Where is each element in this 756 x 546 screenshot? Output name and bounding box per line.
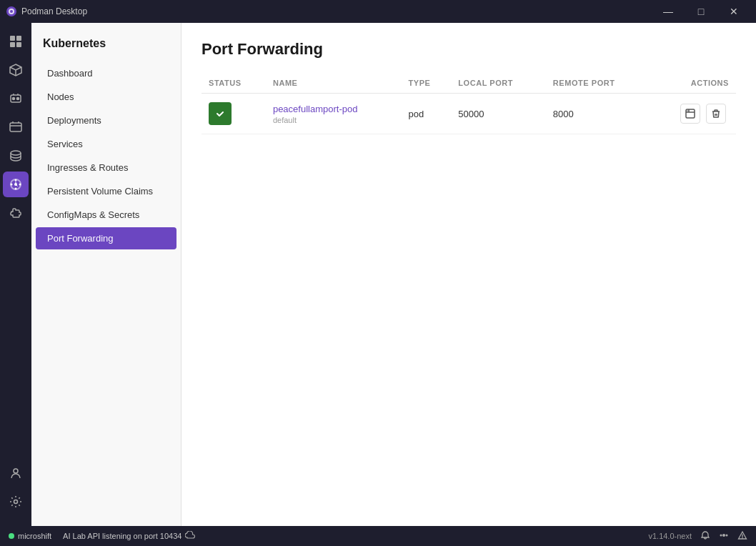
svg-point-22 xyxy=(722,534,725,537)
name-cell: peacefullamport-pod default xyxy=(273,104,394,124)
col-remote-port: REMOTE PORT xyxy=(546,73,650,94)
col-type: TYPE xyxy=(402,73,452,94)
status-running-icon xyxy=(209,102,232,125)
nav-item-portforwarding[interactable]: Port Forwarding xyxy=(36,227,176,249)
cloud-icon xyxy=(185,531,195,541)
app-logo xyxy=(6,6,17,17)
svg-point-23 xyxy=(720,534,722,536)
svg-point-15 xyxy=(19,184,21,186)
alert-icon[interactable] xyxy=(737,530,747,542)
port-forwarding-table: STATUS NAME TYPE LOCAL PORT REMOTE PORT … xyxy=(202,73,736,134)
col-local-port: LOCAL PORT xyxy=(451,73,546,94)
svg-rect-19 xyxy=(214,108,226,119)
window-controls: — □ ✕ xyxy=(652,0,750,23)
nav-item-configmaps[interactable]: ConfigMaps & Secrets xyxy=(36,204,176,226)
context-label: microshift xyxy=(18,532,51,540)
sidebar-icon-account[interactable] xyxy=(3,460,29,486)
col-name: NAME xyxy=(266,73,402,94)
cell-name: peacefullamport-pod default xyxy=(266,94,402,134)
icon-sidebar-bottom xyxy=(3,460,29,520)
sidebar-icon-pods[interactable] xyxy=(3,86,29,111)
cell-type: pod xyxy=(402,94,452,134)
svg-point-12 xyxy=(15,179,17,182)
sidebar-icon-volumes[interactable] xyxy=(3,143,29,169)
col-status: STATUS xyxy=(202,73,266,94)
status-bar: microshift AI Lab API listening on port … xyxy=(0,526,756,546)
table-header-row: STATUS NAME TYPE LOCAL PORT REMOTE PORT … xyxy=(202,73,736,94)
cell-local-port: 50000 xyxy=(451,94,546,134)
table-row: peacefullamport-pod default pod 50000 80… xyxy=(202,94,736,134)
left-nav-title: Kubernetes xyxy=(31,23,181,61)
status-bar-right: v1.14.0-next xyxy=(648,530,747,542)
icon-sidebar xyxy=(0,23,31,526)
bell-icon[interactable] xyxy=(700,530,710,542)
main-content: Port Forwarding STATUS NAME TYPE LOCAL P… xyxy=(181,23,756,526)
cell-status xyxy=(202,94,266,134)
svg-rect-6 xyxy=(16,42,21,47)
maximize-button[interactable]: □ xyxy=(685,0,717,23)
app-title: Podman Desktop xyxy=(21,6,87,16)
nav-item-services[interactable]: Services xyxy=(36,133,176,155)
table-container: STATUS NAME TYPE LOCAL PORT REMOTE PORT … xyxy=(181,73,756,526)
sidebar-icon-dashboard[interactable] xyxy=(3,29,29,54)
sidebar-icon-images[interactable] xyxy=(3,114,29,140)
minimize-button[interactable]: — xyxy=(652,0,685,23)
svg-point-9 xyxy=(17,98,19,100)
col-actions: ACTIONS xyxy=(650,73,736,94)
sidebar-icon-containers[interactable] xyxy=(3,57,29,83)
svg-point-17 xyxy=(14,469,18,473)
app-body: Kubernetes Dashboard Nodes Deployments S… xyxy=(0,23,756,526)
nav-item-nodes[interactable]: Nodes xyxy=(36,86,176,108)
cell-actions xyxy=(650,94,736,134)
table-body: peacefullamport-pod default pod 50000 80… xyxy=(202,94,736,134)
nav-item-ingresses[interactable]: Ingresses & Routes xyxy=(36,157,176,179)
nav-item-dashboard[interactable]: Dashboard xyxy=(36,62,176,84)
svg-point-2 xyxy=(10,10,13,13)
svg-point-14 xyxy=(11,184,13,186)
notification-item: AI Lab API listening on port 10434 xyxy=(63,531,195,541)
sidebar-icon-settings[interactable] xyxy=(3,489,29,515)
table-header: STATUS NAME TYPE LOCAL PORT REMOTE PORT … xyxy=(202,73,736,94)
notification-text: AI Lab API listening on port 10434 xyxy=(63,532,181,540)
svg-rect-3 xyxy=(10,36,15,41)
svg-point-13 xyxy=(15,188,17,190)
svg-rect-5 xyxy=(10,42,15,47)
nav-item-pvc[interactable]: Persistent Volume Claims xyxy=(36,180,176,202)
page-title: Port Forwarding xyxy=(181,23,756,73)
svg-rect-10 xyxy=(10,123,21,131)
svg-point-11 xyxy=(11,151,21,155)
sidebar-icon-extensions[interactable] xyxy=(3,200,29,226)
open-browser-button[interactable] xyxy=(680,104,700,124)
version-label: v1.14.0-next xyxy=(648,532,692,540)
svg-point-21 xyxy=(687,110,689,111)
title-bar-left: Podman Desktop xyxy=(6,6,87,17)
cell-remote-port: 8000 xyxy=(546,94,650,134)
context-dot xyxy=(9,533,14,539)
title-bar: Podman Desktop — □ ✕ xyxy=(0,0,756,23)
nav-item-deployments[interactable]: Deployments xyxy=(36,109,176,131)
context-item[interactable]: microshift xyxy=(9,532,51,540)
svg-point-18 xyxy=(14,500,18,504)
delete-button[interactable] xyxy=(706,104,726,124)
svg-point-8 xyxy=(13,98,15,100)
sidebar-icon-kubernetes[interactable] xyxy=(3,172,29,197)
pod-namespace: default xyxy=(273,116,394,124)
pod-name[interactable]: peacefullamport-pod xyxy=(273,104,394,114)
dot-icon[interactable] xyxy=(719,530,729,542)
svg-rect-4 xyxy=(16,36,21,41)
close-button[interactable]: ✕ xyxy=(717,0,750,23)
svg-point-24 xyxy=(726,534,728,536)
left-nav: Kubernetes Dashboard Nodes Deployments S… xyxy=(31,23,181,526)
